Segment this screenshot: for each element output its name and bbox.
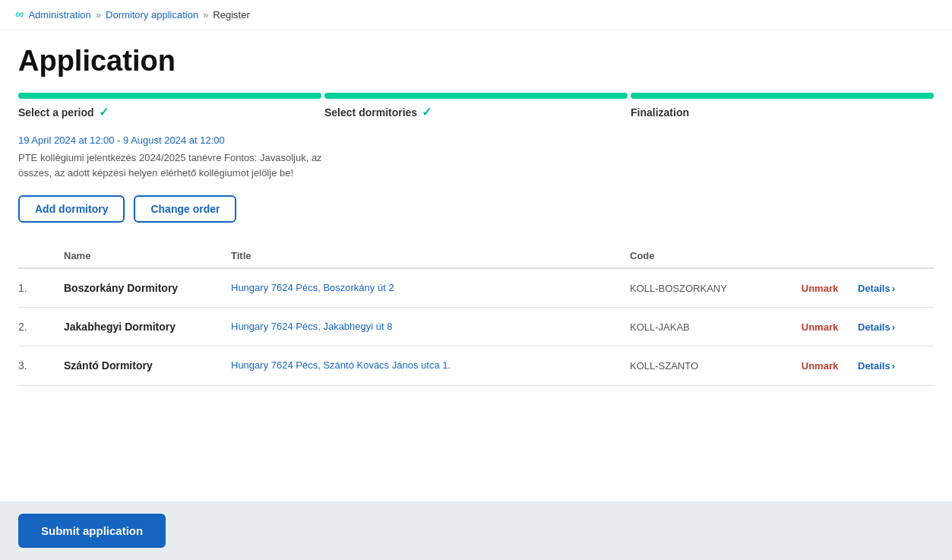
breadcrumb-sep2: » xyxy=(203,9,208,21)
row-2-number: 2. xyxy=(18,321,64,333)
col-header-name: Name xyxy=(64,250,231,261)
row-2-code: KOLL-JAKAB xyxy=(630,321,782,333)
col-header-0 xyxy=(18,250,64,261)
action-buttons: Add dormitory Change order xyxy=(18,195,934,223)
page-title: Application xyxy=(18,45,934,78)
row-2-details-button[interactable]: Details › xyxy=(858,321,934,333)
table-row: 3. Szántó Dormitory Hungary 7624 Pécs, S… xyxy=(18,346,934,385)
step3-text: Finalization xyxy=(631,106,689,119)
row-3-chevron-icon: › xyxy=(892,360,895,372)
period-date-range: 19 April 2024 at 12:00 - 9 August 2024 a… xyxy=(18,134,934,146)
col-header-code: Code xyxy=(630,250,782,261)
row-3-unmark-button[interactable]: Unmark xyxy=(782,360,858,372)
main-content: Application Select a period ✓ Select dor… xyxy=(0,30,952,501)
row-3-title: Hungary 7624 Pécs, Szántó Kovács János u… xyxy=(231,359,630,372)
row-3-code: KOLL-SZANTO xyxy=(630,360,782,372)
step-bar-3 xyxy=(631,93,934,99)
breadcrumb-icon: ∞ xyxy=(15,8,24,21)
row-1-details-button[interactable]: Details › xyxy=(858,283,934,294)
col-header-4 xyxy=(782,250,858,261)
table-row: 1. Boszorkány Dormitory Hungary 7624 Péc… xyxy=(18,269,934,308)
period-description: PTE kollégiumi jelentkezés 2024/2025 tan… xyxy=(18,150,322,180)
step-bar-2 xyxy=(324,93,628,99)
add-dormitory-button[interactable]: Add dormitory xyxy=(18,195,125,223)
row-2-title: Hungary 7624 Pécs, Jakabhegyi út 8 xyxy=(231,320,630,334)
breadcrumb-sep1: » xyxy=(96,9,101,21)
breadcrumb-admin-link[interactable]: Administration xyxy=(28,9,90,21)
submit-application-button[interactable]: Submit application xyxy=(18,514,166,548)
row-1-chevron-icon: › xyxy=(892,283,895,294)
table-row: 2. Jakabhegyi Dormitory Hungary 7624 Péc… xyxy=(18,308,934,346)
steps-labels: Select a period ✓ Select dormitories ✓ F… xyxy=(18,105,934,119)
breadcrumb: ∞ Administration » Dormitory application… xyxy=(0,0,952,30)
change-order-button[interactable]: Change order xyxy=(134,195,236,223)
row-1-unmark-button[interactable]: Unmark xyxy=(782,283,858,294)
dormitory-table: Name Title Code 1. Boszorkány Dormitory … xyxy=(18,244,934,386)
row-1-title: Hungary 7624 Pécs, Boszorkány út 2 xyxy=(231,281,630,295)
step1-check-icon: ✓ xyxy=(99,105,109,119)
row-2-unmark-button[interactable]: Unmark xyxy=(782,321,858,333)
row-2-name: Jakabhegyi Dormitory xyxy=(64,321,231,333)
row-3-name: Szántó Dormitory xyxy=(64,359,231,372)
row-2-chevron-icon: › xyxy=(892,321,895,333)
row-1-code: KOLL-BOSZORKANY xyxy=(630,283,782,294)
breadcrumb-dormitory-link[interactable]: Dormitory application xyxy=(106,9,198,21)
row-1-name: Boszorkány Dormitory xyxy=(64,282,231,294)
row-1-number: 1. xyxy=(18,282,64,294)
footer-bar: Submit application xyxy=(0,501,952,560)
step2-text: Select dormitories xyxy=(324,106,417,119)
row-3-details-button[interactable]: Details › xyxy=(858,360,934,372)
steps-progress xyxy=(18,93,934,99)
col-header-5 xyxy=(858,250,934,261)
col-header-title: Title xyxy=(231,250,630,261)
step1-text: Select a period xyxy=(18,106,94,119)
row-3-number: 3. xyxy=(18,359,64,372)
step-label-2: Select dormitories ✓ xyxy=(324,105,628,119)
table-header: Name Title Code xyxy=(18,244,934,269)
step-label-3: Finalization xyxy=(631,105,934,119)
breadcrumb-current: Register xyxy=(213,9,249,21)
step-bar-1 xyxy=(18,93,321,99)
page-wrapper: ∞ Administration » Dormitory application… xyxy=(0,0,952,560)
step2-check-icon: ✓ xyxy=(422,105,432,119)
step-label-1: Select a period ✓ xyxy=(18,105,321,119)
